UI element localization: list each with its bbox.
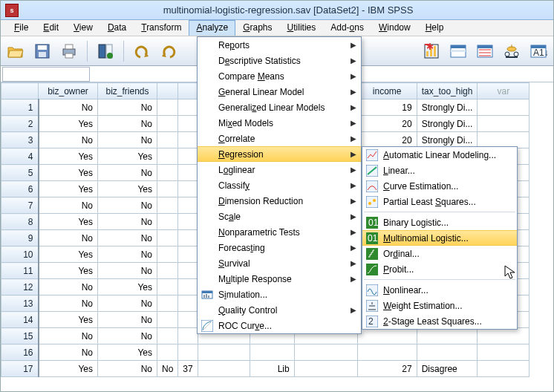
cell-empty[interactable] — [478, 116, 529, 132]
col-empty-var[interactable]: var — [478, 83, 529, 99]
cell-biz-friends[interactable]: Yes — [98, 344, 157, 361]
cell-name-box[interactable] — [2, 67, 90, 82]
row-number[interactable]: 15 — [1, 328, 39, 344]
cell-biz-friends[interactable]: No — [98, 132, 157, 148]
row-number[interactable]: 8 — [1, 214, 39, 230]
cell-tax-too-high[interactable]: Strongly Di... — [417, 116, 478, 132]
menu-edit[interactable]: Edit — [36, 20, 66, 36]
cell-hidden-e[interactable] — [294, 361, 357, 377]
row-number[interactable]: 3 — [1, 132, 39, 148]
cell-hidden-b[interactable] — [178, 328, 198, 344]
submenu-partial-least-squares[interactable]: Partial Least Squares... — [362, 194, 517, 209]
submenu-multinomial-logistic[interactable]: 012Multinomial Logistic... — [362, 230, 517, 246]
cell-hidden-a[interactable] — [157, 263, 178, 279]
submenu-linear[interactable]: Linear... — [362, 163, 517, 178]
menu-transform[interactable]: Transform — [134, 20, 189, 36]
cell-hidden-a[interactable] — [157, 214, 178, 230]
row-number[interactable]: 13 — [1, 295, 39, 312]
cell-hidden-b[interactable] — [178, 132, 198, 148]
weight-cases-button[interactable] — [501, 41, 522, 62]
cell-biz-friends[interactable]: No — [98, 116, 157, 132]
cell-hidden-a[interactable] — [157, 312, 178, 328]
menu-file[interactable]: File — [7, 20, 36, 36]
row-number[interactable]: 9 — [1, 230, 39, 246]
cell-biz-friends[interactable]: No — [98, 312, 157, 328]
cell-income[interactable]: 19 — [357, 99, 417, 116]
menu-analyze[interactable]: Analyze — [189, 20, 235, 36]
menu-view[interactable]: View — [66, 20, 100, 36]
submenu-2-stage-least-squares[interactable]: 22-Stage Least Squares... — [362, 313, 517, 329]
submenu-curve-estimation[interactable]: Curve Estimation... — [362, 178, 517, 194]
row-number[interactable]: 7 — [1, 197, 39, 214]
row-number[interactable]: 17 — [1, 361, 39, 377]
cell-biz-owner[interactable]: No — [39, 279, 98, 295]
cell-biz-owner[interactable]: Yes — [39, 165, 98, 181]
cell-biz-owner[interactable]: No — [39, 132, 98, 148]
menu-quality-control[interactable]: Quality Control▶ — [198, 302, 361, 318]
cell-hidden-a[interactable] — [157, 344, 178, 361]
col-hidden-a[interactable] — [157, 83, 178, 99]
row-number[interactable]: 1 — [1, 99, 39, 116]
menu-correlate[interactable]: Correlate▶ — [198, 131, 361, 146]
cell-biz-friends[interactable]: Yes — [98, 148, 157, 165]
submenu-probit[interactable]: Probit... — [362, 261, 517, 277]
menu-mixed-models[interactable]: Mixed Models▶ — [198, 115, 361, 131]
cell-hidden-b[interactable] — [178, 312, 198, 328]
cell-hidden-b[interactable] — [178, 148, 198, 165]
cell-hidden-a[interactable] — [157, 148, 178, 165]
menu-nonparametric-tests[interactable]: Nonparametric Tests▶ — [198, 224, 361, 240]
data-info-button[interactable] — [95, 41, 116, 62]
redo-button[interactable] — [158, 41, 179, 62]
menu-roc-curve[interactable]: ROC Curve... — [198, 318, 361, 333]
menu-utilities[interactable]: Utilities — [280, 20, 324, 36]
menu-graphs[interactable]: Graphs — [235, 20, 279, 36]
cell-hidden-e[interactable] — [294, 344, 357, 361]
cell-biz-owner[interactable]: Yes — [39, 148, 98, 165]
cell-hidden-a[interactable] — [157, 165, 178, 181]
row-number[interactable]: 10 — [1, 246, 39, 263]
row-number[interactable]: 4 — [1, 148, 39, 165]
menu-survival[interactable]: Survival▶ — [198, 255, 361, 271]
cell-hidden-a[interactable] — [157, 328, 178, 344]
cell-hidden-b[interactable] — [178, 214, 198, 230]
cell-income[interactable]: 20 — [357, 116, 417, 132]
select-cases-button[interactable] — [475, 41, 495, 62]
cell-empty[interactable] — [478, 99, 529, 116]
cell-biz-friends[interactable]: No — [98, 165, 157, 181]
undo-button[interactable] — [131, 41, 152, 62]
menu-general-linear-model[interactable]: General Linear Model▶ — [198, 84, 361, 99]
row-number[interactable]: 2 — [1, 116, 39, 132]
cell-biz-owner[interactable]: Yes — [39, 312, 98, 328]
cell-hidden-a[interactable] — [157, 279, 178, 295]
cell-biz-owner[interactable]: No — [39, 99, 98, 116]
col-biz-owner[interactable]: biz_owner — [39, 83, 98, 99]
menu-window[interactable]: Window — [371, 20, 418, 36]
menu-reports[interactable]: Reports▶ — [198, 37, 361, 53]
menu-simulation[interactable]: Simulation... — [198, 287, 361, 302]
submenu-automatic-linear-modeling[interactable]: Automatic Linear Modeling... — [362, 147, 517, 163]
cell-hidden-b[interactable] — [178, 197, 198, 214]
col-tax-too-high[interactable]: tax_too_high — [417, 83, 478, 99]
menu-forecasting[interactable]: Forecasting▶ — [198, 240, 361, 255]
cell-biz-owner[interactable]: No — [39, 344, 98, 361]
cell-empty[interactable] — [478, 361, 529, 377]
cell-biz-friends[interactable]: No — [98, 263, 157, 279]
col-income[interactable]: income — [357, 83, 417, 99]
cell-biz-owner[interactable]: Yes — [39, 214, 98, 230]
cell-empty[interactable] — [478, 328, 529, 344]
menu-dimension-reduction[interactable]: Dimension Reduction▶ — [198, 193, 361, 209]
cell-biz-friends[interactable]: No — [98, 214, 157, 230]
row-number[interactable]: 12 — [1, 279, 39, 295]
cell-hidden-a[interactable]: No — [157, 361, 178, 377]
menu-descriptive-statistics[interactable]: Descriptive Statistics▶ — [198, 53, 361, 68]
cell-hidden-b[interactable] — [178, 181, 198, 197]
cell-empty[interactable] — [478, 344, 529, 361]
menu-loglinear[interactable]: Loglinear▶ — [198, 162, 361, 177]
menu-regression[interactable]: Regression▶ Automatic Linear Modeling...… — [198, 146, 361, 162]
cell-biz-owner[interactable]: No — [39, 230, 98, 246]
menu-classify[interactable]: Classify▶ — [198, 177, 361, 193]
cell-tax-too-high[interactable]: Disagree — [417, 361, 478, 377]
row-number[interactable]: 11 — [1, 263, 39, 279]
cell-hidden-d[interactable]: Lib — [250, 361, 294, 377]
cell-hidden-b[interactable] — [178, 99, 198, 116]
